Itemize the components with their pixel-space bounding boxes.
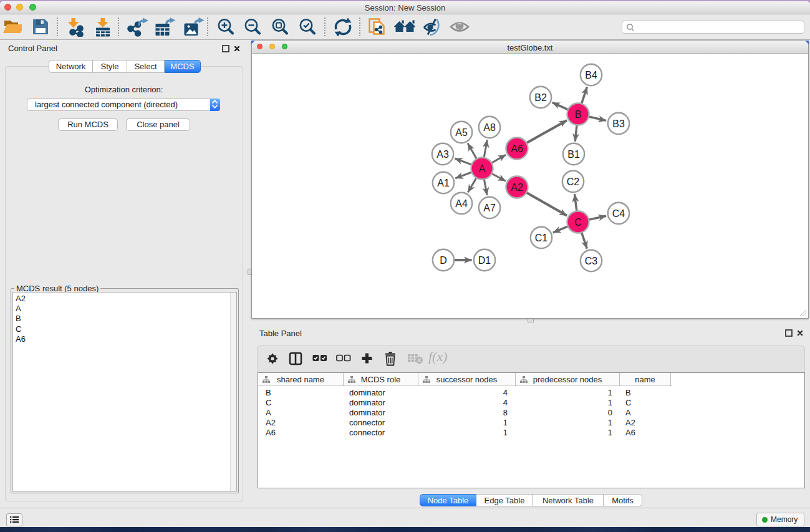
svg-text:B3: B3 bbox=[612, 118, 625, 129]
svg-text:C4: C4 bbox=[612, 208, 625, 219]
svg-text:C: C bbox=[574, 217, 582, 228]
svg-text:A7: A7 bbox=[483, 203, 496, 213]
svg-text:A6: A6 bbox=[511, 143, 523, 154]
svg-text:B: B bbox=[575, 109, 582, 120]
svg-text:A8: A8 bbox=[483, 122, 496, 133]
svg-text:A2: A2 bbox=[511, 182, 523, 193]
svg-text:B1: B1 bbox=[567, 149, 580, 160]
svg-text:A3: A3 bbox=[436, 149, 449, 160]
svg-text:A5: A5 bbox=[455, 127, 468, 138]
svg-text:C1: C1 bbox=[535, 233, 548, 243]
svg-text:A1: A1 bbox=[437, 178, 450, 188]
svg-text:B2: B2 bbox=[534, 92, 547, 103]
svg-text:A4: A4 bbox=[455, 198, 468, 209]
svg-text:C2: C2 bbox=[567, 177, 580, 187]
svg-text:D1: D1 bbox=[478, 255, 491, 266]
svg-text:D: D bbox=[440, 255, 447, 266]
svg-text:A: A bbox=[479, 163, 486, 174]
svg-text:C3: C3 bbox=[585, 256, 598, 266]
svg-text:B4: B4 bbox=[585, 70, 597, 80]
